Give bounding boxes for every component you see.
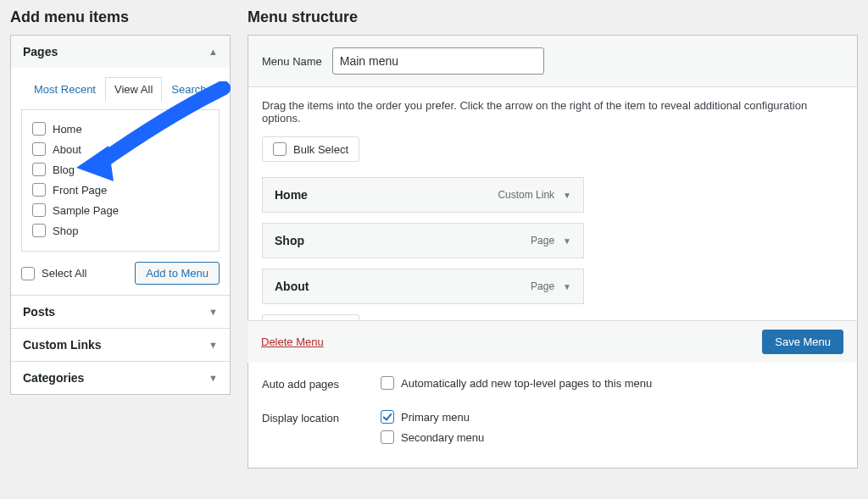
accordion-header-categories[interactable]: Categories ▼ (11, 362, 230, 394)
page-checkbox[interactable] (32, 224, 46, 237)
menu-item-type: Page (531, 235, 554, 247)
page-label: Blog (53, 164, 75, 176)
page-checkbox[interactable] (32, 163, 46, 176)
menu-structure-heading: Menu structure (248, 8, 858, 26)
page-label: Front Page (53, 184, 107, 197)
menu-item-title: About (275, 280, 309, 293)
select-all-label: Select All (42, 267, 86, 280)
auto-add-text: Automatically add new top-level pages to… (401, 377, 652, 390)
tab-most-recent[interactable]: Most Recent (25, 77, 105, 102)
page-label: Sample Page (53, 204, 119, 217)
auto-add-checkbox[interactable] (381, 376, 394, 390)
display-option-text: Primary menu (401, 411, 470, 424)
menu-items-list: Home Custom Link ▼ Shop Page ▼ (262, 177, 584, 304)
accordion-header-pages[interactable]: Pages ▲ (11, 36, 230, 68)
select-all-row[interactable]: Select All (21, 267, 86, 280)
menu-header: Menu Name (248, 36, 857, 87)
accordion: Pages ▲ Most Recent View All Search Home… (10, 35, 231, 395)
page-checkbox-row[interactable]: Blog (31, 159, 210, 180)
menu-item-type: Page (531, 280, 554, 292)
accordion-header-custom-links[interactable]: Custom Links ▼ (11, 329, 230, 361)
page-checkbox-row[interactable]: About (31, 139, 210, 159)
tab-view-all[interactable]: View All (105, 77, 162, 102)
accordion-title: Custom Links (23, 338, 102, 352)
add-to-menu-button[interactable]: Add to Menu (135, 262, 220, 285)
accordion-title: Categories (23, 371, 84, 385)
page-checkbox[interactable] (32, 142, 46, 156)
menu-item-title: Shop (275, 234, 304, 247)
accordion-header-posts[interactable]: Posts ▼ (11, 296, 230, 328)
menu-name-input[interactable] (332, 47, 544, 75)
display-option-secondary[interactable]: Secondary menu (381, 430, 843, 444)
display-option-primary[interactable]: Primary menu (381, 410, 843, 424)
page-label: Home (53, 123, 82, 136)
menu-item-title: Home (275, 188, 308, 202)
save-menu-button[interactable]: Save Menu (762, 330, 843, 354)
display-location-label: Display location (262, 410, 381, 424)
page-label: Shop (53, 225, 78, 237)
auto-add-label: Auto add pages (262, 376, 381, 391)
menu-name-label: Menu Name (262, 55, 322, 68)
bulk-select-checkbox[interactable] (273, 142, 287, 156)
menu-item[interactable]: Shop Page ▼ (262, 223, 584, 258)
accordion-section-pages: Pages ▲ Most Recent View All Search Home… (11, 36, 230, 296)
display-checkbox[interactable] (381, 430, 394, 444)
page-checkbox[interactable] (32, 122, 46, 136)
page-checkbox-row[interactable]: Shop (31, 220, 210, 241)
caret-up-icon: ▲ (209, 47, 218, 57)
bulk-select-label: Bulk Select (293, 143, 348, 156)
page-checkbox-row[interactable]: Front Page (31, 180, 210, 200)
pages-tabs: Most Recent View All Search (21, 76, 220, 101)
menu-footer: Delete Menu Save Menu (248, 320, 857, 363)
display-checkbox[interactable] (381, 410, 394, 424)
add-menu-items-heading: Add menu items (10, 8, 231, 26)
caret-down-icon[interactable]: ▼ (563, 282, 571, 291)
menu-item-type: Custom Link (498, 189, 554, 201)
select-all-checkbox[interactable] (21, 267, 35, 280)
page-label: About (53, 143, 81, 156)
menu-edit-panel: Menu Name Drag the items into the order … (248, 35, 858, 469)
bulk-select-top[interactable]: Bulk Select (262, 136, 359, 162)
menu-item[interactable]: Home Custom Link ▼ (262, 177, 584, 213)
caret-down-icon: ▼ (209, 307, 218, 317)
accordion-title: Posts (23, 305, 55, 319)
instructions-text: Drag the items into the order you prefer… (262, 99, 843, 125)
pages-list: Home About Blog Front Page Sample Page S… (21, 109, 220, 252)
caret-down-icon[interactable]: ▼ (563, 236, 571, 246)
page-checkbox-row[interactable]: Home (31, 119, 210, 139)
caret-down-icon: ▼ (209, 340, 218, 350)
caret-down-icon[interactable]: ▼ (563, 191, 571, 200)
display-option-text: Secondary menu (401, 431, 484, 444)
page-checkbox[interactable] (32, 203, 46, 217)
page-checkbox-row[interactable]: Sample Page (31, 200, 210, 220)
tab-search[interactable]: Search (162, 77, 215, 102)
caret-down-icon: ▼ (209, 373, 218, 383)
menu-item[interactable]: About Page ▼ (262, 269, 584, 304)
auto-add-option[interactable]: Automatically add new top-level pages to… (381, 376, 843, 390)
page-checkbox[interactable] (32, 183, 46, 197)
delete-menu-link[interactable]: Delete Menu (261, 335, 324, 348)
accordion-title: Pages (23, 45, 58, 58)
